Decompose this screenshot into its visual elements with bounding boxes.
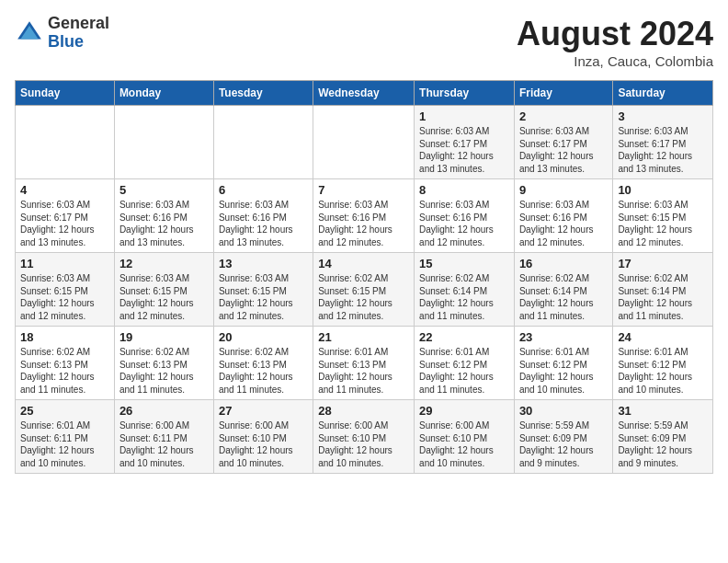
day-number: 6 (219, 183, 308, 197)
calendar-body: 1Sunrise: 6:03 AM Sunset: 6:17 PM Daylig… (16, 106, 713, 474)
calendar-cell: 27Sunrise: 6:00 AM Sunset: 6:10 PM Dayli… (213, 400, 313, 474)
day-number: 10 (618, 183, 708, 197)
day-number: 5 (119, 183, 209, 197)
calendar-cell: 9Sunrise: 6:03 AM Sunset: 6:16 PM Daylig… (514, 179, 612, 253)
day-number: 27 (219, 404, 308, 418)
calendar-cell: 24Sunrise: 6:01 AM Sunset: 6:12 PM Dayli… (613, 327, 713, 400)
calendar-cell: 3Sunrise: 6:03 AM Sunset: 6:17 PM Daylig… (613, 106, 713, 179)
day-info: Sunrise: 6:02 AM Sunset: 6:14 PM Dayligh… (618, 272, 708, 322)
calendar-cell: 28Sunrise: 6:00 AM Sunset: 6:10 PM Dayli… (313, 400, 415, 474)
calendar-cell: 16Sunrise: 6:02 AM Sunset: 6:14 PM Dayli… (514, 253, 612, 327)
day-info: Sunrise: 6:03 AM Sunset: 6:16 PM Dayligh… (519, 199, 608, 248)
calendar-cell: 23Sunrise: 6:01 AM Sunset: 6:12 PM Dayli… (514, 327, 612, 400)
day-number: 18 (20, 330, 109, 344)
day-number: 2 (519, 109, 608, 123)
day-number: 30 (519, 404, 608, 418)
calendar-cell (114, 106, 213, 179)
calendar-cell: 8Sunrise: 6:03 AM Sunset: 6:16 PM Daylig… (415, 179, 515, 253)
day-info: Sunrise: 6:01 AM Sunset: 6:12 PM Dayligh… (419, 346, 509, 396)
day-info: Sunrise: 6:03 AM Sunset: 6:17 PM Dayligh… (519, 125, 608, 175)
header-cell-saturday: Saturday (613, 81, 713, 106)
logo: General Blue (15, 15, 109, 52)
calendar-cell: 7Sunrise: 6:03 AM Sunset: 6:16 PM Daylig… (313, 179, 415, 253)
calendar-table: SundayMondayTuesdayWednesdayThursdayFrid… (15, 80, 713, 474)
day-number: 31 (618, 404, 708, 418)
calendar-cell: 10Sunrise: 6:03 AM Sunset: 6:15 PM Dayli… (613, 179, 713, 253)
logo-blue: Blue (48, 33, 109, 52)
calendar-cell: 30Sunrise: 5:59 AM Sunset: 6:09 PM Dayli… (514, 400, 612, 474)
month-year-title: August 2024 (517, 15, 713, 53)
calendar-cell (213, 106, 313, 179)
day-info: Sunrise: 6:03 AM Sunset: 6:16 PM Dayligh… (219, 199, 308, 248)
calendar-cell (16, 106, 115, 179)
calendar-cell: 15Sunrise: 6:02 AM Sunset: 6:14 PM Dayli… (415, 253, 515, 327)
day-info: Sunrise: 6:03 AM Sunset: 6:16 PM Dayligh… (119, 199, 209, 248)
calendar-cell: 21Sunrise: 6:01 AM Sunset: 6:13 PM Dayli… (313, 327, 415, 400)
day-info: Sunrise: 6:03 AM Sunset: 6:15 PM Dayligh… (20, 272, 109, 322)
day-number: 13 (219, 257, 308, 270)
day-info: Sunrise: 6:02 AM Sunset: 6:13 PM Dayligh… (219, 346, 308, 396)
day-number: 1 (419, 109, 509, 123)
day-number: 8 (419, 183, 509, 197)
day-number: 11 (20, 257, 109, 270)
header-cell-sunday: Sunday (16, 81, 115, 106)
day-number: 12 (119, 257, 209, 270)
day-number: 26 (119, 404, 209, 418)
header-cell-wednesday: Wednesday (313, 81, 415, 106)
header-cell-tuesday: Tuesday (213, 81, 313, 106)
day-info: Sunrise: 6:02 AM Sunset: 6:13 PM Dayligh… (119, 346, 209, 396)
calendar-cell: 17Sunrise: 6:02 AM Sunset: 6:14 PM Dayli… (613, 253, 713, 327)
day-info: Sunrise: 6:00 AM Sunset: 6:10 PM Dayligh… (419, 419, 509, 469)
header-cell-thursday: Thursday (415, 81, 515, 106)
calendar-cell: 5Sunrise: 6:03 AM Sunset: 6:16 PM Daylig… (114, 179, 213, 253)
day-number: 20 (219, 330, 308, 344)
day-number: 23 (519, 330, 608, 344)
calendar-cell: 11Sunrise: 6:03 AM Sunset: 6:15 PM Dayli… (16, 253, 115, 327)
calendar-cell: 6Sunrise: 6:03 AM Sunset: 6:16 PM Daylig… (213, 179, 313, 253)
day-info: Sunrise: 6:01 AM Sunset: 6:11 PM Dayligh… (20, 419, 109, 469)
day-number: 29 (419, 404, 509, 418)
day-number: 16 (519, 257, 608, 270)
day-number: 21 (318, 330, 409, 344)
calendar-week-2: 4Sunrise: 6:03 AM Sunset: 6:17 PM Daylig… (16, 179, 713, 253)
day-info: Sunrise: 6:03 AM Sunset: 6:16 PM Dayligh… (419, 199, 509, 248)
header-row: SundayMondayTuesdayWednesdayThursdayFrid… (16, 81, 713, 106)
day-info: Sunrise: 6:02 AM Sunset: 6:15 PM Dayligh… (318, 272, 409, 322)
day-info: Sunrise: 6:02 AM Sunset: 6:14 PM Dayligh… (519, 272, 608, 322)
day-number: 28 (318, 404, 409, 418)
day-info: Sunrise: 6:00 AM Sunset: 6:10 PM Dayligh… (219, 419, 308, 469)
day-number: 4 (20, 183, 109, 197)
calendar-cell: 22Sunrise: 6:01 AM Sunset: 6:12 PM Dayli… (415, 327, 515, 400)
location-subtitle: Inza, Cauca, Colombia (517, 53, 713, 69)
day-info: Sunrise: 6:01 AM Sunset: 6:13 PM Dayligh… (318, 346, 409, 396)
calendar-week-1: 1Sunrise: 6:03 AM Sunset: 6:17 PM Daylig… (16, 106, 713, 179)
calendar-cell: 26Sunrise: 6:00 AM Sunset: 6:11 PM Dayli… (114, 400, 213, 474)
day-info: Sunrise: 6:00 AM Sunset: 6:11 PM Dayligh… (119, 419, 209, 469)
calendar-week-3: 11Sunrise: 6:03 AM Sunset: 6:15 PM Dayli… (16, 253, 713, 327)
day-info: Sunrise: 6:03 AM Sunset: 6:15 PM Dayligh… (119, 272, 209, 322)
day-number: 15 (419, 257, 509, 270)
day-info: Sunrise: 6:00 AM Sunset: 6:10 PM Dayligh… (318, 419, 409, 469)
day-info: Sunrise: 6:03 AM Sunset: 6:15 PM Dayligh… (618, 199, 708, 248)
day-number: 22 (419, 330, 509, 344)
calendar-cell: 13Sunrise: 6:03 AM Sunset: 6:15 PM Dayli… (213, 253, 313, 327)
logo-icon (15, 18, 44, 48)
calendar-week-4: 18Sunrise: 6:02 AM Sunset: 6:13 PM Dayli… (16, 327, 713, 400)
day-info: Sunrise: 6:01 AM Sunset: 6:12 PM Dayligh… (519, 346, 608, 396)
day-info: Sunrise: 6:03 AM Sunset: 6:16 PM Dayligh… (318, 199, 409, 248)
calendar-header: SundayMondayTuesdayWednesdayThursdayFrid… (16, 81, 713, 106)
calendar-cell: 25Sunrise: 6:01 AM Sunset: 6:11 PM Dayli… (16, 400, 115, 474)
calendar-cell: 1Sunrise: 6:03 AM Sunset: 6:17 PM Daylig… (415, 106, 515, 179)
calendar-week-5: 25Sunrise: 6:01 AM Sunset: 6:11 PM Dayli… (16, 400, 713, 474)
header-cell-monday: Monday (114, 81, 213, 106)
calendar-cell: 29Sunrise: 6:00 AM Sunset: 6:10 PM Dayli… (415, 400, 515, 474)
day-number: 3 (618, 109, 708, 123)
day-number: 25 (20, 404, 109, 418)
calendar-cell (313, 106, 415, 179)
day-info: Sunrise: 6:03 AM Sunset: 6:17 PM Dayligh… (20, 199, 109, 248)
calendar-cell: 14Sunrise: 6:02 AM Sunset: 6:15 PM Dayli… (313, 253, 415, 327)
day-info: Sunrise: 6:02 AM Sunset: 6:14 PM Dayligh… (419, 272, 509, 322)
page-header: General Blue August 2024 Inza, Cauca, Co… (15, 15, 713, 69)
calendar-cell: 31Sunrise: 5:59 AM Sunset: 6:09 PM Dayli… (613, 400, 713, 474)
day-number: 7 (318, 183, 409, 197)
